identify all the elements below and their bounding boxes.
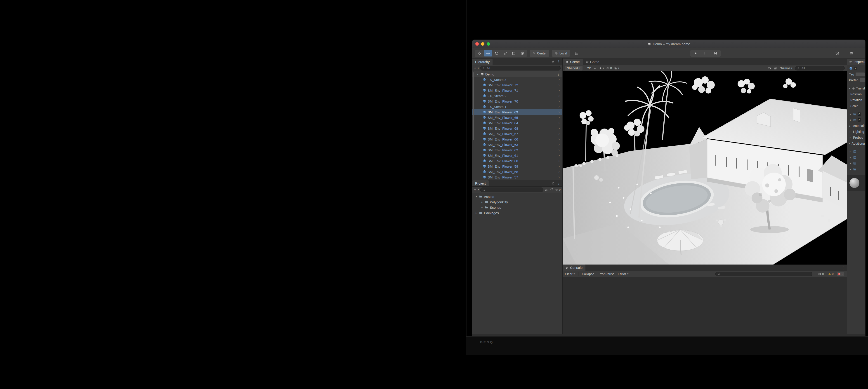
tab-hierarchy[interactable]: Hierarchy [472,59,493,65]
hierarchy-item[interactable]: SM_Env_Flower_57› [472,174,562,180]
collapse-toggle[interactable]: Collapse [582,272,594,276]
kebab-menu-icon[interactable]: ⋮ [557,182,560,185]
scene-visibility-toggle[interactable]: 0 [606,66,612,70]
layout-dropdown-button[interactable] [848,50,856,57]
prefab-row[interactable]: Prefab [847,77,865,83]
warning-count-toggle[interactable]: 0 [827,272,835,276]
window-titlebar[interactable]: Demo – my dream home [472,40,865,48]
disclosure-triangle[interactable]: ▾ [475,195,477,198]
search-by-type-icon[interactable] [545,188,548,191]
disclosure-triangle[interactable]: ▸ [849,168,852,171]
create-object-button[interactable]: + [474,66,476,70]
console-log-area[interactable] [563,277,847,334]
disclosure-triangle[interactable]: ▸ [475,212,477,215]
prefab-open-chevron[interactable]: › [559,94,562,98]
inspected-object-header[interactable]: ✓ [847,66,865,71]
prefab-open-button[interactable] [860,78,865,82]
disclosure-triangle[interactable]: ▸ [849,136,852,139]
prefab-open-chevron[interactable]: › [559,148,562,152]
hierarchy-item[interactable]: SM_Env_Flower_66› [472,136,562,142]
project-tree-item[interactable]: ▸Scenes [472,205,562,210]
create-dropdown-caret[interactable]: ▾ [477,67,479,70]
hierarchy-item[interactable]: FX_Steam 1› [472,104,562,109]
kebab-menu-icon[interactable]: ⋮ [842,266,845,269]
prefab-open-chevron[interactable]: › [559,132,562,135]
mesh-filter-header[interactable]: ▸ ✓ [847,111,865,117]
prefab-open-chevron[interactable]: › [559,99,562,103]
transform-component-header[interactable]: ▾ Transform [847,86,865,91]
pivot-mode-button[interactable]: Center [530,50,549,57]
scene-audio-toggle[interactable] [594,67,597,70]
hierarchy-item[interactable]: SM_Env_Flower_71› [472,88,562,93]
hierarchy-item[interactable]: SM_Env_Flower_68› [472,126,562,131]
hierarchy-item[interactable]: SM_Env_Flower_62› [472,147,562,153]
search-by-label-icon[interactable] [550,188,553,191]
prefab-open-chevron[interactable]: › [559,121,562,125]
tab-scene[interactable]: Scene [563,59,583,65]
project-tree-item[interactable]: ▾Assets [472,194,562,199]
error-pause-toggle[interactable]: Error Pause [597,272,614,276]
prefab-open-chevron[interactable]: › [559,170,562,173]
hierarchy-tree[interactable]: ▾ Demo ⋮ FX_Steam 3›SM_Env_Flower_72›SM_… [472,71,562,180]
hierarchy-item[interactable]: SM_Env_Flower_64› [472,120,562,126]
play-button[interactable] [691,51,700,56]
hierarchy-item[interactable]: SM_Env_Flower_70› [472,98,562,104]
prefab-open-chevron[interactable]: › [559,175,562,179]
hierarchy-search-input[interactable]: All [480,66,561,70]
hierarchy-item[interactable]: FX_Steam 2› [472,93,562,98]
scene-camera-settings[interactable] [768,67,771,70]
project-search-input[interactable] [480,188,543,192]
scene-grid-settings[interactable] [774,67,777,70]
scene-effects-dropdown[interactable]: ▾ [599,67,604,70]
prefab-open-chevron[interactable]: › [559,78,562,81]
additional-settings-foldout[interactable]: ▸ Additional [847,140,865,147]
tag-dropdown[interactable] [856,72,865,76]
project-tree[interactable]: ▾Assets▸PolygonCity▸Scenes▸Packages [472,193,562,334]
prefab-open-chevron[interactable]: › [559,154,562,157]
lighting-foldout[interactable]: ▸ Lighting [847,129,865,135]
hierarchy-item[interactable]: SM_Env_Flower_69› [472,109,562,115]
rect-tool[interactable] [510,50,518,57]
scene-root-row[interactable]: ▾ Demo ⋮ [472,71,562,77]
materials-foldout[interactable]: ▸ Materials [847,123,865,129]
hidden-packages-toggle[interactable]: 9 [555,188,561,191]
hierarchy-item[interactable]: SM_Env_Flower_63› [472,142,562,147]
pause-button[interactable] [701,51,710,56]
tab-inspector[interactable]: Inspector [847,59,865,65]
rotation-row[interactable]: Rotation [847,97,865,103]
hand-tool[interactable] [475,50,484,57]
active-checkbox[interactable]: ✓ [854,67,857,70]
hierarchy-item[interactable]: SM_Env_Flower_67› [472,131,562,136]
disclosure-triangle[interactable]: ▾ [849,119,852,122]
hierarchy-scrollbar[interactable] [473,72,474,140]
prefab-open-chevron[interactable]: › [559,143,562,147]
probes-foldout[interactable]: ▸ Probes [847,135,865,140]
scene-kebab-icon[interactable]: ⋮ [557,72,560,76]
disclosure-triangle[interactable]: ▸ [849,130,852,133]
prefab-open-chevron[interactable]: › [559,83,562,87]
lock-icon[interactable] [552,182,555,185]
disclosure-triangle[interactable]: ▸ [481,201,484,203]
component-checkbox[interactable]: ✓ [858,112,861,116]
disclosure-triangle[interactable]: ▾ [476,73,479,76]
mesh-renderer-header[interactable]: ▾ ✓ [847,117,865,123]
prefab-open-chevron[interactable]: › [559,159,562,163]
component-row[interactable]: ▸ [847,149,865,155]
prefab-open-chevron[interactable]: › [559,116,562,119]
layers-dropdown-button[interactable] [833,50,841,57]
grid-snap-button[interactable] [572,50,581,57]
disclosure-triangle[interactable]: ▸ [849,150,852,153]
tab-game[interactable]: Game [583,59,602,65]
gizmos-dropdown[interactable]: Gizmos ▾ [780,66,792,70]
step-button[interactable] [711,51,720,56]
disclosure-triangle[interactable]: ▾ [849,87,850,90]
prefab-open-chevron[interactable]: › [559,110,562,114]
editor-dropdown[interactable]: Editor ▾ [618,272,628,276]
hierarchy-item[interactable]: SM_Env_Flower_60› [472,158,562,164]
scene-search-input[interactable]: All [795,66,845,70]
prefab-open-chevron[interactable]: › [559,137,562,141]
clear-button[interactable]: Clear ▾ [565,272,575,276]
component-row[interactable]: ▸ [847,160,865,166]
prefab-open-chevron[interactable]: › [559,105,562,108]
tab-project[interactable]: Project [472,180,489,186]
